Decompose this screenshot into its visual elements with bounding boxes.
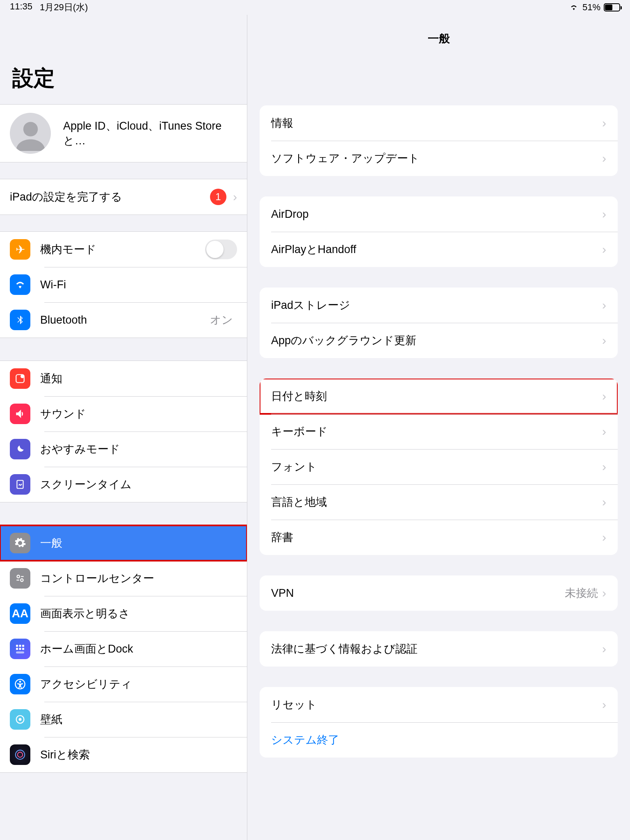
wifi-settings-icon	[10, 274, 30, 295]
detail-pane: 一般 情報 › ソフトウェア・アップデート › AirDrop › AirPla…	[247, 15, 630, 840]
chevron-icon: ›	[602, 460, 606, 474]
gear-icon	[10, 533, 30, 553]
chevron-icon: ›	[602, 116, 606, 130]
sidebar-title: 設定	[0, 15, 247, 104]
status-bar: 11:35 1月29日(水) 51%	[0, 0, 630, 15]
finish-setup-badge: 1	[210, 189, 226, 205]
bluetooth-icon	[10, 310, 30, 330]
chevron-icon: ›	[602, 425, 606, 438]
svg-point-2	[21, 374, 24, 378]
sidebar-item-general[interactable]: 一般	[0, 525, 247, 561]
detail-airplay[interactable]: AirPlayとHandoff ›	[260, 232, 618, 267]
detail-dictionary[interactable]: 辞書 ›	[260, 520, 618, 555]
detail-fonts[interactable]: フォント ›	[260, 449, 618, 484]
svg-point-18	[19, 718, 22, 721]
display-icon: AA	[10, 603, 30, 624]
airplane-switch[interactable]	[205, 240, 237, 259]
battery-icon	[604, 3, 620, 11]
chevron-icon: ›	[602, 530, 606, 544]
siri-icon	[10, 744, 30, 765]
sidebar-item-notifications[interactable]: 通知	[0, 361, 247, 396]
sidebar-item-screentime[interactable]: スクリーンタイム	[0, 467, 247, 502]
svg-rect-10	[22, 645, 24, 647]
detail-keyboard[interactable]: キーボード ›	[260, 414, 618, 449]
status-time: 11:35	[10, 1, 32, 14]
finish-setup-row[interactable]: iPadの設定を完了する 1 ›	[0, 179, 247, 215]
detail-reset[interactable]: リセット ›	[260, 687, 618, 722]
svg-point-19	[16, 750, 25, 760]
battery-percent: 51%	[582, 2, 600, 13]
sidebar-item-dnd[interactable]: おやすみモード	[0, 431, 247, 467]
home-icon	[10, 639, 30, 659]
chevron-icon: ›	[602, 207, 606, 221]
chevron-icon: ›	[602, 586, 606, 600]
detail-storage[interactable]: iPadストレージ ›	[260, 288, 618, 323]
sidebar-item-accessibility[interactable]: アクセシビリティ	[0, 667, 247, 702]
detail-about[interactable]: 情報 ›	[260, 105, 618, 141]
dnd-icon	[10, 439, 30, 459]
chevron-icon: ›	[602, 495, 606, 509]
sidebar-item-display[interactable]: AA 画面表示と明るさ	[0, 596, 247, 631]
svg-rect-8	[16, 645, 18, 647]
detail-bg-refresh[interactable]: Appのバックグラウンド更新 ›	[260, 323, 618, 358]
chevron-icon: ›	[602, 642, 606, 656]
svg-point-16	[19, 681, 21, 683]
detail-airdrop[interactable]: AirDrop ›	[260, 196, 618, 232]
chevron-icon: ›	[602, 698, 606, 712]
control-center-icon	[10, 568, 30, 589]
svg-rect-11	[16, 648, 18, 650]
sidebar: 設定 Apple ID、iCloud、iTunes Storeと… iPadの設…	[0, 15, 247, 840]
wallpaper-icon	[10, 709, 30, 730]
sidebar-item-siri[interactable]: Siriと検索	[0, 737, 247, 772]
chevron-icon: ›	[602, 151, 606, 165]
svg-rect-14	[16, 651, 24, 653]
detail-datetime[interactable]: 日付と時刻 ›	[260, 379, 618, 414]
accessibility-icon	[10, 674, 30, 694]
detail-language[interactable]: 言語と地域 ›	[260, 484, 618, 520]
screentime-icon	[10, 474, 30, 495]
sounds-icon	[10, 404, 30, 424]
sidebar-item-home[interactable]: ホーム画面とDock	[0, 631, 247, 667]
chevron-icon: ›	[602, 298, 606, 312]
detail-title: 一般	[247, 15, 630, 58]
svg-rect-9	[19, 645, 21, 647]
sidebar-item-airplane[interactable]: ✈︎ 機内モード	[0, 232, 247, 267]
chevron-icon: ›	[602, 389, 606, 403]
sidebar-item-control[interactable]: コントロールセンター	[0, 561, 247, 596]
status-date: 1月29日(水)	[40, 1, 88, 14]
svg-point-20	[18, 752, 23, 758]
avatar-icon	[10, 113, 51, 154]
chevron-icon: ›	[602, 242, 606, 256]
finish-setup-label: iPadの設定を完了する	[10, 189, 210, 204]
detail-legal[interactable]: 法律に基づく情報および認証 ›	[260, 631, 618, 667]
sidebar-item-bluetooth[interactable]: Bluetooth オン	[0, 302, 247, 338]
chevron-icon: ›	[233, 190, 237, 204]
svg-rect-12	[19, 648, 21, 650]
svg-point-4	[17, 575, 20, 578]
profile-subtitle: Apple ID、iCloud、iTunes Storeと…	[63, 119, 237, 148]
detail-vpn[interactable]: VPN 未接続 ›	[260, 575, 618, 611]
apple-id-row[interactable]: Apple ID、iCloud、iTunes Storeと…	[0, 105, 247, 162]
bluetooth-value: オン	[210, 313, 233, 327]
svg-point-6	[21, 579, 23, 582]
detail-shutdown[interactable]: システム終了	[260, 722, 618, 758]
sidebar-item-sounds[interactable]: サウンド	[0, 396, 247, 431]
detail-software-update[interactable]: ソフトウェア・アップデート ›	[260, 141, 618, 176]
sidebar-item-wifi[interactable]: Wi-Fi	[0, 267, 247, 302]
vpn-value: 未接続	[565, 586, 598, 600]
sidebar-item-wallpaper[interactable]: 壁紙	[0, 702, 247, 737]
wifi-icon	[568, 3, 579, 11]
svg-rect-13	[22, 648, 24, 650]
airplane-icon: ✈︎	[10, 239, 30, 260]
svg-point-0	[23, 122, 37, 136]
chevron-icon: ›	[602, 333, 606, 347]
notifications-icon	[10, 368, 30, 389]
